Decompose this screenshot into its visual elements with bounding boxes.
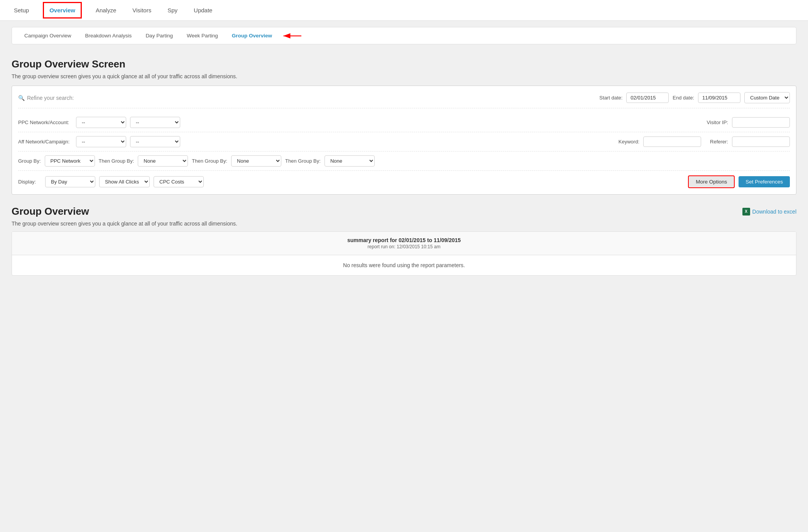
subnav-day-parting[interactable]: Day Parting [139, 27, 180, 44]
nav-item-spy[interactable]: Spy [165, 0, 180, 20]
group-by-label: Group By: [18, 158, 41, 164]
results-table: summary report for 02/01/2015 to 11/09/2… [12, 231, 796, 276]
then-group-by-label1: Then Group By: [99, 158, 134, 164]
results-section: Group Overview X Download to excel The g… [12, 205, 796, 276]
group-by-row: Group By: PPC Network Then Group By: Non… [18, 152, 790, 171]
then-group-by-select3[interactable]: None [325, 155, 375, 167]
then-group-by-label3: Then Group By: [285, 158, 321, 164]
no-results-row: No results were found using the report p… [12, 255, 796, 275]
summary-sub: report run on: 12/03/2015 10:15 am [20, 244, 788, 249]
download-label: Download to excel [752, 209, 796, 215]
nav-item-visitors[interactable]: Visitors [130, 0, 154, 20]
start-date-input[interactable] [626, 93, 669, 103]
network-filter-row: PPC Network/Account: -- -- Visitor IP: [18, 113, 790, 132]
referer-input[interactable] [732, 136, 790, 147]
visitor-ip-input[interactable] [732, 117, 790, 128]
nav-item-update[interactable]: Update [191, 0, 215, 20]
refine-label: 🔍 Refine your search: [18, 95, 599, 101]
display-clicks-select[interactable]: Show All Clicks [99, 176, 150, 187]
subnav-campaign-overview[interactable]: Campaign Overview [17, 27, 78, 44]
page-content: Group Overview Screen The group overview… [0, 51, 808, 287]
end-date-input[interactable] [698, 93, 740, 103]
summary-text: summary report for 02/01/2015 to 11/09/2… [20, 237, 788, 243]
then-group-by-select1[interactable]: None [138, 155, 188, 167]
search-top-row: 🔍 Refine your search: Start date: End da… [18, 92, 790, 108]
group-by-select[interactable]: PPC Network [45, 155, 95, 167]
nav-item-overview[interactable]: Overview [43, 2, 82, 19]
results-header: Group Overview X Download to excel [12, 205, 796, 217]
top-navigation: Setup Overview Analyze Visitors Spy Upda… [0, 0, 808, 21]
display-costs-select[interactable]: CPC Costs [154, 176, 204, 187]
aff-network-select1[interactable]: -- [76, 136, 126, 147]
summary-row: summary report for 02/01/2015 to 11/09/2… [12, 232, 796, 255]
date-row: Start date: End date: Custom Date [599, 92, 790, 103]
excel-icon: X [742, 208, 750, 215]
subnav-breakdown-analysis[interactable]: Breakdown Analysis [78, 27, 139, 44]
aff-network-select2[interactable]: -- [130, 136, 180, 147]
search-icon: 🔍 [18, 95, 25, 101]
keyword-label: Keyword: [609, 139, 639, 145]
set-preferences-button[interactable]: Set Preferences [739, 176, 790, 187]
aff-network-filter-row: Aff Network/Campaign: -- -- Keyword: Ref… [18, 132, 790, 152]
no-results-text: No results were found using the report p… [343, 262, 465, 268]
ppc-network-label: PPC Network/Account: [18, 120, 72, 125]
end-date-label: End date: [673, 95, 694, 101]
referer-label: Referer: [705, 139, 728, 145]
nav-item-analyze[interactable]: Analyze [93, 0, 118, 20]
subnav-week-parting[interactable]: Week Parting [180, 27, 225, 44]
search-filter-box: 🔍 Refine your search: Start date: End da… [12, 86, 796, 195]
display-by-select[interactable]: By Day [45, 176, 95, 187]
nav-item-setup[interactable]: Setup [12, 0, 31, 20]
keyword-input[interactable] [643, 136, 701, 147]
sub-navigation: Campaign Overview Breakdown Analysis Day… [12, 27, 796, 44]
then-group-by-select2[interactable]: None [231, 155, 281, 167]
subnav-group-overview[interactable]: Group Overview [225, 27, 279, 44]
then-group-by-label2: Then Group By: [192, 158, 227, 164]
screen-desc: The group overview screen gives you a qu… [12, 73, 796, 79]
results-desc: The group overview screen gives you a qu… [12, 221, 796, 227]
start-date-label: Start date: [599, 95, 622, 101]
arrow-indicator [281, 30, 304, 41]
display-label: Display: [18, 179, 41, 185]
date-range-select[interactable]: Custom Date [744, 92, 790, 103]
screen-title: Group Overview Screen [12, 58, 796, 70]
visitor-ip-label: Visitor IP: [697, 120, 728, 125]
download-excel-link[interactable]: X Download to excel [742, 208, 796, 215]
display-row: Display: By Day Show All Clicks CPC Cost… [18, 171, 790, 188]
ppc-network-select1[interactable]: -- [76, 117, 126, 128]
results-title: Group Overview [12, 205, 89, 217]
ppc-network-select2[interactable]: -- [130, 117, 180, 128]
more-options-button[interactable]: More Options [688, 175, 735, 188]
aff-network-label: Aff Network/Campaign: [18, 139, 72, 145]
